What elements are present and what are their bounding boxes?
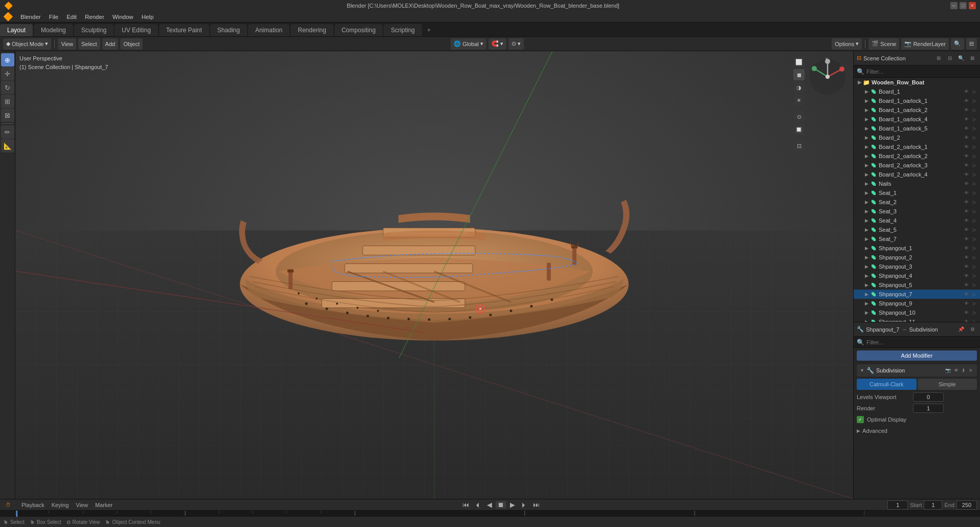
visibility-icon[interactable]: 👁 xyxy=(963,318,970,322)
visibility-icon[interactable]: 👁 xyxy=(963,189,970,196)
start-frame-input[interactable] xyxy=(924,500,942,510)
menu-edit[interactable]: Edit xyxy=(62,11,81,22)
restrict-icon[interactable]: ▷ xyxy=(971,134,978,141)
timeline-view-button[interactable]: View xyxy=(74,502,90,508)
stop-button[interactable]: ⏹ xyxy=(496,501,506,509)
restrict-icon[interactable]: ▷ xyxy=(971,272,978,279)
restrict-icon[interactable]: ▷ xyxy=(971,281,978,289)
restrict-icon[interactable]: ▷ xyxy=(971,245,978,252)
menu-help[interactable]: Help xyxy=(138,11,158,22)
step-forward-button[interactable]: ⏵ xyxy=(519,501,529,509)
visibility-icon[interactable]: 👁 xyxy=(963,235,970,243)
restrict-icon[interactable]: ▷ xyxy=(971,263,978,270)
modifier-camera-icon[interactable]: 📷 xyxy=(944,367,952,374)
modifier-apply-icon[interactable]: ⬇ xyxy=(961,367,967,374)
visibility-icon[interactable]: 👁 xyxy=(963,272,970,279)
restrict-icon[interactable]: ▷ xyxy=(971,106,978,114)
outliner-item-nails[interactable]: ▶ Nails 👁 ▷ xyxy=(854,179,980,188)
tool-measure[interactable]: 📐 xyxy=(1,139,14,152)
tab-uv-editing[interactable]: UV Editing xyxy=(115,24,158,36)
tab-sculpting[interactable]: Sculpting xyxy=(74,24,114,36)
viewport-3d[interactable]: User Perspective (1) Scene Collection | … xyxy=(15,51,853,499)
tab-modeling[interactable]: Modeling xyxy=(34,24,73,36)
tab-shading[interactable]: Shading xyxy=(210,24,247,36)
visibility-icon[interactable]: 👁 xyxy=(963,245,970,252)
tab-scripting[interactable]: Scripting xyxy=(384,24,422,36)
maximize-button[interactable]: □ xyxy=(960,2,967,9)
viewport-shade-wireframe[interactable]: ⬜ xyxy=(793,56,805,68)
outliner-item-shp11[interactable]: ▶ Shpangout_11 👁 ▷ xyxy=(854,317,980,322)
visibility-icon[interactable]: 👁 xyxy=(963,291,970,298)
visibility-icon[interactable]: 👁 xyxy=(963,152,970,160)
levels-viewport-value[interactable]: 0 xyxy=(913,392,944,402)
tool-transform[interactable]: ⊠ xyxy=(1,108,14,122)
restrict-icon[interactable]: ▷ xyxy=(971,88,978,95)
step-back-button[interactable]: ⏴ xyxy=(473,501,483,509)
restrict-icon[interactable]: ▷ xyxy=(971,199,978,206)
advanced-section[interactable]: ▶ Advanced xyxy=(857,426,977,436)
outliner-display-icon[interactable]: ⊞ xyxy=(934,54,943,63)
tool-cursor[interactable]: ⊕ xyxy=(1,53,14,67)
outliner-item-seat1[interactable]: ▶ Seat_1 👁 ▷ xyxy=(854,188,980,197)
jump-start-button[interactable]: ⏮ xyxy=(460,501,471,509)
outliner-item-shp1[interactable]: ▶ Shpangout_1 👁 ▷ xyxy=(854,244,980,253)
restrict-icon[interactable]: ▷ xyxy=(971,152,978,160)
toolbar-global-button[interactable]: 🌐 Global ▾ xyxy=(451,38,486,50)
restrict-icon[interactable]: ▷ xyxy=(971,309,978,316)
tab-rendering[interactable]: Rendering xyxy=(291,24,333,36)
outliner-item-board2oarlock2[interactable]: ▶ Board_2_oarlock_2 👁 ▷ xyxy=(854,151,980,161)
restrict-icon[interactable]: ▷ xyxy=(971,189,978,196)
current-frame-input[interactable] xyxy=(887,500,908,510)
restrict-icon[interactable]: ▷ xyxy=(971,143,978,150)
toolbar-add-button[interactable]: Add xyxy=(102,38,119,50)
visibility-icon[interactable]: 👁 xyxy=(963,309,970,316)
outliner-item-shp9[interactable]: ▶ Shpangout_9 👁 ▷ xyxy=(854,299,980,308)
tab-add-button[interactable]: + xyxy=(423,24,435,36)
toolbar-mode-button[interactable]: ◆ Object Mode ▾ xyxy=(3,38,51,50)
visibility-icon[interactable]: 👁 xyxy=(963,97,970,104)
properties-search-input[interactable] xyxy=(866,339,977,345)
playback-button[interactable]: Playback xyxy=(19,502,47,508)
restrict-icon[interactable]: ▷ xyxy=(971,217,978,224)
restrict-icon[interactable]: ▷ xyxy=(971,208,978,215)
outliner-item-board2oarlock4[interactable]: ▶ Board_2_oarlock_4 👁 ▷ xyxy=(854,170,980,179)
tab-texture-paint[interactable]: Texture Paint xyxy=(159,24,209,36)
outliner-item-board1oarlock5[interactable]: ▶ Board_1_oarlock_5 👁 ▷ xyxy=(854,124,980,133)
outliner-item-shp4[interactable]: ▶ Shpangout_4 👁 ▷ xyxy=(854,271,980,280)
toolbar-scene-button[interactable]: 🎬 Scene xyxy=(868,38,899,50)
outliner-item-seat4[interactable]: ▶ Seat_4 👁 ▷ xyxy=(854,216,980,225)
restrict-icon[interactable]: ▷ xyxy=(971,171,978,178)
jump-end-button[interactable]: ⏭ xyxy=(531,501,542,509)
tab-compositing[interactable]: Compositing xyxy=(335,24,383,36)
toolbar-select-button[interactable]: Select xyxy=(78,38,100,50)
play-button[interactable]: ▶ xyxy=(508,501,517,509)
tool-move[interactable]: ✛ xyxy=(1,67,14,80)
restrict-icon[interactable]: ▷ xyxy=(971,116,978,123)
menu-window[interactable]: Window xyxy=(108,11,138,22)
toolbar-filter-button[interactable]: ⊟ xyxy=(966,38,977,50)
toolbar-view-button[interactable]: View xyxy=(58,38,76,50)
visibility-icon[interactable]: 👁 xyxy=(963,281,970,289)
toolbar-renderlayer-button[interactable]: 📷 RenderLayer xyxy=(901,38,949,50)
tool-annotate[interactable]: ✏ xyxy=(1,125,14,139)
outliner-item-shp2[interactable]: ▶ Shpangout_2 👁 ▷ xyxy=(854,253,980,262)
outliner-item-board2oarlock1[interactable]: ▶ Board_2_oarlock_1 👁 ▷ xyxy=(854,142,980,151)
visibility-icon[interactable]: 👁 xyxy=(963,125,970,132)
visibility-icon[interactable]: 👁 xyxy=(963,199,970,206)
viewport-shade-rendered[interactable]: ☀ xyxy=(793,95,805,106)
restrict-icon[interactable]: ▷ xyxy=(971,235,978,243)
outliner-item-board1oarlock4[interactable]: ▶ Board_1_oarlock_4 👁 ▷ xyxy=(854,115,980,124)
outliner-item-seat5[interactable]: ▶ Seat_5 👁 ▷ xyxy=(854,225,980,234)
simple-button[interactable]: Simple xyxy=(918,379,977,390)
restrict-icon[interactable]: ▷ xyxy=(971,291,978,298)
minimize-button[interactable]: ─ xyxy=(950,2,957,9)
toolbar-object-button[interactable]: Object xyxy=(120,38,143,50)
restrict-icon[interactable]: ▷ xyxy=(971,180,978,187)
visibility-icon[interactable]: 👁 xyxy=(963,116,970,123)
visibility-icon[interactable]: 👁 xyxy=(963,134,970,141)
viewport-shade-material[interactable]: ◑ xyxy=(793,82,805,93)
visibility-icon[interactable]: 👁 xyxy=(963,208,970,215)
outliner-search-input[interactable] xyxy=(866,69,977,75)
menu-file[interactable]: File xyxy=(45,11,63,22)
viewport-gizmo-toggle[interactable]: 🔲 xyxy=(793,124,805,135)
